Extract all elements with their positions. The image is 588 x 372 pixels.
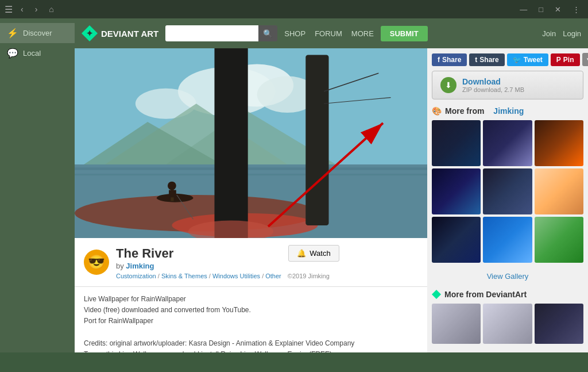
share-tumblr-button[interactable]: t Share bbox=[469, 53, 504, 66]
da-main-column: 😎 The River 🔔 Watch by bbox=[75, 48, 427, 352]
da-gallery-item[interactable] bbox=[535, 304, 583, 344]
watch-button[interactable]: 🔔 Watch bbox=[288, 245, 339, 262]
svg-rect-21 bbox=[169, 190, 176, 198]
artwork-title-row: The River 🔔 Watch bbox=[116, 245, 339, 262]
svg-rect-10 bbox=[75, 174, 427, 175]
nav-shop[interactable]: SHOP bbox=[284, 29, 305, 38]
da-body: 😎 The River 🔔 Watch by bbox=[75, 48, 588, 352]
share-facebook-button[interactable]: f Share bbox=[432, 53, 467, 66]
gallery-item[interactable] bbox=[483, 120, 532, 166]
login-link[interactable]: Login bbox=[563, 29, 581, 38]
home-button[interactable]: ⌂ bbox=[45, 2, 57, 16]
svg-point-20 bbox=[168, 182, 176, 190]
nav-more[interactable]: MORE bbox=[351, 29, 374, 38]
titlebar-right: — □ ✕ ⋮ bbox=[516, 4, 583, 15]
download-icon: ⬇ bbox=[440, 77, 457, 93]
artwork-title: The River bbox=[116, 246, 173, 261]
tumblr-icon: t bbox=[475, 56, 477, 64]
search-button[interactable]: 🔍 bbox=[258, 25, 277, 41]
minimize-button[interactable]: — bbox=[516, 4, 531, 15]
view-gallery-link[interactable]: View Gallery bbox=[432, 270, 583, 283]
search-input[interactable] bbox=[165, 25, 261, 41]
more-da-section-title: More from DeviantArt bbox=[432, 290, 583, 299]
sidebar-item-local-label: Local bbox=[23, 49, 41, 57]
social-more-button[interactable]: ▾ bbox=[582, 53, 588, 66]
download-sub: ZIP download, 2.7 MB bbox=[462, 86, 524, 93]
da-logo-icon: ✦ bbox=[82, 25, 98, 41]
sidebar-item-discover[interactable]: ⚡ Discover bbox=[0, 23, 75, 43]
artwork-svg bbox=[75, 48, 427, 238]
da-gallery-item[interactable] bbox=[432, 304, 481, 344]
da-diamond-icon bbox=[432, 290, 441, 299]
join-link[interactable]: Join bbox=[542, 29, 556, 38]
artwork-tags: Customization / Skins & Themes / Windows… bbox=[116, 273, 339, 279]
da-logo-text: DEVIANT ART bbox=[101, 29, 158, 39]
more-from-icon: 🎨 bbox=[432, 106, 442, 116]
copyright: ©2019 Jimking bbox=[288, 273, 330, 279]
artwork-author-row: 😎 The River 🔔 Watch by bbox=[84, 245, 418, 279]
more-from-section-title: 🎨 More from Jimking bbox=[432, 106, 583, 116]
sidebar: ⚡ Discover 💬 Local bbox=[0, 18, 75, 352]
gallery-item[interactable] bbox=[432, 120, 481, 166]
forward-button[interactable]: › bbox=[32, 2, 41, 16]
svg-rect-9 bbox=[75, 167, 427, 170]
tag-customization[interactable]: Customization bbox=[116, 273, 156, 279]
svg-rect-13 bbox=[214, 48, 247, 238]
gallery-item[interactable] bbox=[483, 168, 532, 214]
back-button[interactable]: ‹ bbox=[17, 2, 27, 16]
pinterest-icon: P bbox=[556, 56, 561, 64]
da-right-sidebar: f Share t Share 🐦 Tweet P Pin bbox=[427, 48, 588, 352]
gallery-item[interactable] bbox=[432, 168, 481, 214]
twitter-icon: 🐦 bbox=[513, 56, 521, 64]
main-layout: ⚡ Discover 💬 Local ✦ DEVIANT ART 🔍 SHOP … bbox=[0, 18, 588, 352]
sidebar-item-local[interactable]: 💬 Local bbox=[0, 43, 75, 63]
social-buttons: f Share t Share 🐦 Tweet P Pin bbox=[432, 53, 583, 66]
da-logo: ✦ DEVIANT ART bbox=[82, 25, 158, 41]
download-button[interactable]: ⬇ Download ZIP download, 2.7 MB bbox=[432, 71, 583, 99]
author-link[interactable]: Jimking bbox=[126, 262, 154, 270]
tag-other[interactable]: Other bbox=[265, 273, 281, 279]
da-header-right: Join Login bbox=[542, 29, 581, 38]
download-label: Download bbox=[462, 77, 524, 86]
tweet-button[interactable]: 🐦 Tweet bbox=[507, 53, 548, 66]
artwork-description: Live Wallpaper for RainWallpaper Video (… bbox=[75, 287, 427, 352]
gallery-item[interactable] bbox=[535, 120, 583, 166]
pin-button[interactable]: P Pin bbox=[551, 53, 580, 66]
more-button[interactable]: ⋮ bbox=[569, 4, 583, 15]
fb-icon: f bbox=[438, 56, 440, 64]
download-text: Download ZIP download, 2.7 MB bbox=[462, 77, 524, 93]
titlebar: ☰ ‹ › ⌂ — □ ✕ ⋮ bbox=[0, 0, 588, 18]
watch-label: Watch bbox=[310, 249, 330, 258]
artwork-container bbox=[75, 48, 427, 238]
watch-icon: 🔔 bbox=[297, 249, 306, 258]
discover-icon: ⚡ bbox=[7, 28, 18, 39]
artwork-title-block: The River 🔔 Watch by Jimking bbox=[116, 245, 339, 279]
da-gallery-bottom bbox=[432, 304, 583, 344]
more-from-author[interactable]: Jimking bbox=[493, 106, 524, 116]
tag-windows[interactable]: Windows Utilities bbox=[212, 273, 260, 279]
da-header: ✦ DEVIANT ART 🔍 SHOP FORUM MORE SUBMIT J… bbox=[75, 18, 588, 48]
avatar: 😎 bbox=[84, 250, 109, 275]
submit-button[interactable]: SUBMIT bbox=[381, 26, 428, 41]
tag-skins[interactable]: Skins & Themes bbox=[161, 273, 207, 279]
titlebar-left: ☰ ‹ › ⌂ bbox=[5, 2, 57, 16]
artwork-by: by Jimking bbox=[116, 262, 339, 270]
gallery-item[interactable] bbox=[432, 217, 481, 263]
close-button[interactable]: ✕ bbox=[551, 4, 564, 15]
da-nav-links: SHOP FORUM MORE bbox=[284, 29, 374, 38]
gallery-item[interactable] bbox=[483, 217, 532, 263]
svg-rect-15 bbox=[305, 55, 328, 225]
content-area: ✦ DEVIANT ART 🔍 SHOP FORUM MORE SUBMIT J… bbox=[75, 18, 588, 352]
menu-icon[interactable]: ☰ bbox=[5, 4, 13, 15]
gallery-item[interactable] bbox=[535, 168, 583, 214]
more-from-gallery bbox=[432, 120, 583, 263]
maximize-button[interactable]: □ bbox=[535, 4, 547, 15]
sidebar-item-discover-label: Discover bbox=[23, 29, 52, 37]
nav-forum[interactable]: FORUM bbox=[315, 29, 342, 38]
local-icon: 💬 bbox=[7, 48, 18, 59]
artwork-image bbox=[75, 48, 427, 238]
artwork-info: 😎 The River 🔔 Watch by bbox=[75, 238, 427, 287]
gallery-item[interactable] bbox=[535, 217, 583, 263]
da-gallery-item[interactable] bbox=[483, 304, 532, 344]
